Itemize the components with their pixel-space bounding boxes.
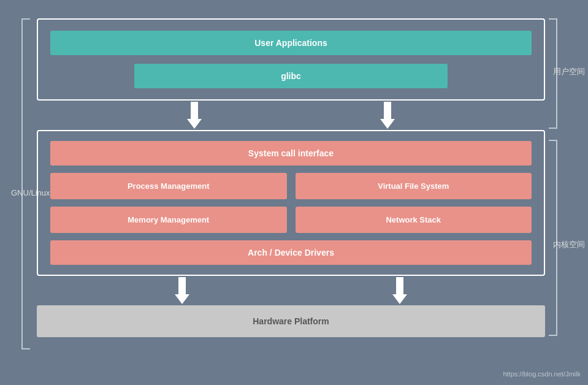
arrow-down-right [381,102,394,129]
process-management-box: Process Management [50,173,287,199]
glibc-box: glibc [134,64,447,88]
user-space-box: User Applications glibc [37,18,545,101]
bracket-kernel-right [549,140,557,336]
kernel-to-hardware-arrows [37,276,545,305]
label-user-space: 用户空间 [553,66,585,77]
user-to-kernel-arrows [37,101,545,130]
arrow-down-hw-left [176,277,188,304]
kernel-row-1: Process Management Virtual File System [50,173,532,199]
arrow-down-hw-right [394,277,406,304]
kernel-space-box: System call interface Process Management… [37,130,545,276]
bracket-gnu-left [21,18,30,349]
arch-device-drivers-box: Arch / Device Drivers [50,240,532,265]
network-stack-box: Network Stack [296,207,532,233]
system-call-interface-box: System call interface [50,141,532,166]
architecture-diagram: User Applications glibc System call inte… [37,18,545,337]
watermark: https://blog.csdn.net/Jmilk [503,370,581,378]
arrow-down-left [188,102,200,129]
label-kernel-space: 内核空间 [553,239,585,250]
virtual-file-system-box: Virtual File System [296,173,532,199]
user-applications-box: User Applications [50,31,532,55]
kernel-row-2: Memory Management Network Stack [50,207,532,233]
memory-management-box: Memory Management [50,207,287,233]
hardware-platform-box: Hardware Platform [37,305,545,337]
